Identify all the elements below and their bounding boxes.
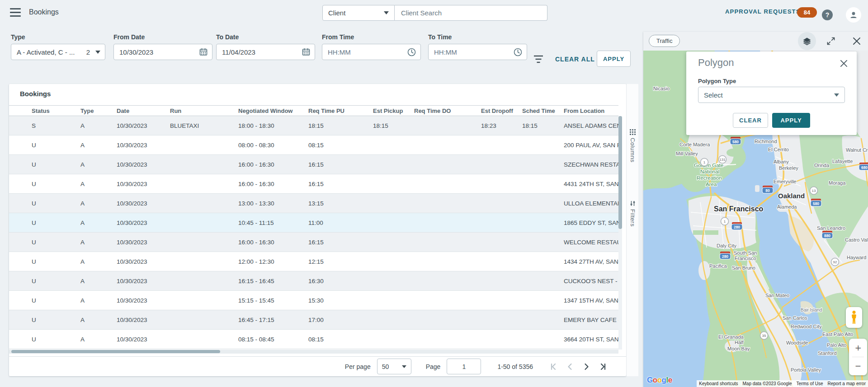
clear-all-button[interactable]: CLEAR ALL <box>555 56 595 63</box>
user-avatar[interactable] <box>846 7 861 23</box>
from-date-input[interactable]: 10/30/2023 <box>113 44 212 60</box>
map-canvas[interactable]: NicasioCorte MaderaMill ValleyGolden Gat… <box>643 51 868 387</box>
clock-icon[interactable] <box>407 48 416 56</box>
filters-tab-label: Filters <box>629 209 636 227</box>
table-row[interactable]: UA10/30/202316:45 - 17:1517:00EMERY BAY … <box>9 310 618 330</box>
route-shield: 80 <box>762 186 773 193</box>
horizontal-scrollbar-thumb[interactable] <box>11 350 220 353</box>
cell: 10/30/2023 <box>117 278 170 284</box>
cell: 10/30/2023 <box>117 142 170 149</box>
columns-tab[interactable]: Columns <box>627 129 639 163</box>
layers-icon <box>802 37 811 46</box>
cell: A <box>80 258 117 265</box>
cell: A <box>80 336 117 343</box>
map-label: South San <box>734 250 757 256</box>
table-row[interactable]: SA10/30/2023BLUETAXI18:00 - 18:3018:1518… <box>9 116 618 135</box>
map-data-credit: Map data ©2023 Google <box>740 380 794 387</box>
column-header-req-time-do[interactable]: Req Time DO <box>414 107 481 114</box>
polygon-apply-button[interactable]: APPLY <box>772 113 810 128</box>
map-label: Lafayette <box>832 159 853 164</box>
column-header-run[interactable]: Run <box>170 107 238 114</box>
table-row[interactable]: UA10/30/202308:00 - 08:3008:15200 PAUL A… <box>9 135 618 155</box>
to-time-placeholder: HH:MM <box>434 48 457 56</box>
table-row[interactable]: UA10/30/202316:00 - 16:3016:154431 24TH … <box>9 174 618 194</box>
from-time-label: From Time <box>322 33 421 41</box>
column-header-req-time-pu[interactable]: Req Time PU <box>308 107 373 114</box>
map-close-button[interactable] <box>849 33 864 49</box>
map-label: Bair Island <box>801 308 822 312</box>
polygon-clear-button[interactable]: CLEAR <box>733 113 768 128</box>
help-icon[interactable]: ? <box>822 9 833 20</box>
column-header-type[interactable]: Type <box>80 107 117 114</box>
filter-lines-icon[interactable] <box>533 54 544 64</box>
table-row[interactable]: UA10/30/202310:45 - 11:1511:001865 EDDY … <box>9 213 618 233</box>
map-label: East Palo Alto <box>822 331 854 337</box>
table-row[interactable]: UA10/30/202308:15 - 08:4508:153664 20TH … <box>9 330 618 349</box>
column-header-status[interactable]: Status <box>32 107 80 114</box>
report-map-error-link[interactable]: Report a map error <box>826 380 868 387</box>
cell: ULLOA ELEMENTAR <box>564 200 618 207</box>
polygon-type-select[interactable]: Select <box>698 87 845 103</box>
table-row[interactable]: UA10/30/202316:00 - 16:3016:15SZECHWAN R… <box>9 155 618 174</box>
table-row[interactable]: UA10/30/202315:15 - 15:4515:301347 15TH … <box>9 291 618 310</box>
street-view-pegman[interactable] <box>846 307 862 328</box>
map-label: Emeryville <box>774 179 797 184</box>
approval-requests-link[interactable]: APPROVAL REQUESTS <box>725 8 801 15</box>
per-page-select[interactable]: 50 <box>377 359 411 374</box>
column-header-sched-time[interactable]: Sched Time <box>522 107 564 114</box>
column-header-est-pickup[interactable]: Est Pickup <box>373 107 414 114</box>
cell: 1347 15TH AV, SAN <box>564 297 618 304</box>
map-layers-button[interactable] <box>798 32 816 50</box>
table-row[interactable]: UA10/30/202316:00 - 16:3016:15WELCOME RE… <box>9 233 618 252</box>
app-header: Bookings Client APPROVAL REQUESTS 84 ? <box>0 0 868 25</box>
keyboard-shortcuts-link[interactable]: Keyboard shortcuts <box>697 380 740 387</box>
calendar-icon[interactable] <box>302 48 310 56</box>
client-search-input[interactable] <box>395 5 547 21</box>
vertical-scrollbar-thumb[interactable] <box>618 116 622 229</box>
route-shield: 35 <box>760 332 768 340</box>
zoom-out-button[interactable]: − <box>849 357 867 375</box>
expand-icon <box>826 37 835 46</box>
route-shield: 680 <box>859 163 868 170</box>
cell: 10/30/2023 <box>117 122 170 129</box>
map-label: Walnut Creek <box>846 147 868 153</box>
to-date-input[interactable]: 11/04/2023 <box>216 44 315 60</box>
polygon-close-button[interactable] <box>838 58 849 69</box>
map-expand-button[interactable] <box>823 33 839 49</box>
previous-page-icon[interactable] <box>566 362 575 371</box>
terms-of-use-link[interactable]: Terms of Use <box>794 380 826 387</box>
table-row[interactable]: UA10/30/202316:15 - 16:4516:30CUCKOO'S N… <box>9 271 618 291</box>
page-number-input[interactable] <box>447 359 481 374</box>
column-header-date[interactable]: Date <box>117 107 170 114</box>
menu-icon[interactable] <box>10 8 21 17</box>
filters-apply-button[interactable]: APPLY <box>597 51 631 67</box>
filters-tab[interactable]: Filters <box>627 200 639 227</box>
column-header-negotiated-window[interactable]: Negotiated Window <box>238 107 308 114</box>
cell: 16:30 <box>308 278 373 284</box>
column-header-est-dropoff[interactable]: Est Dropoff <box>481 107 522 114</box>
map-label: San Bruno <box>732 265 755 270</box>
table-row[interactable]: UA10/30/202313:00 - 13:3013:15ULLOA ELEM… <box>9 194 618 213</box>
from-date-value: 10/30/2023 <box>119 48 153 56</box>
table-row[interactable]: UA10/30/202312:00 - 12:3012:151434 27TH … <box>9 252 618 271</box>
from-time-input[interactable]: HH:MM <box>322 44 421 60</box>
to-time-input[interactable]: HH:MM <box>428 44 527 60</box>
google-logo: Google <box>647 376 672 385</box>
clock-icon[interactable] <box>514 48 522 56</box>
calendar-icon[interactable] <box>199 48 208 56</box>
column-header-from-location[interactable]: From Location <box>564 107 618 114</box>
map-label: Berkeley <box>779 165 798 171</box>
map-panel: Traffic <box>643 32 868 387</box>
type-count: 2 <box>86 48 90 56</box>
first-page-icon[interactable] <box>549 362 558 371</box>
zoom-in-button[interactable]: ＋ <box>849 339 867 357</box>
route-shield: 280 <box>720 252 731 259</box>
person-icon <box>849 11 858 19</box>
horizontal-scrollbar[interactable] <box>9 350 618 354</box>
next-page-icon[interactable] <box>582 362 591 371</box>
type-dropdown[interactable]: A - Activated, C - ... 2 <box>11 44 105 60</box>
last-page-icon[interactable] <box>598 362 607 371</box>
vertical-scrollbar[interactable] <box>618 116 622 350</box>
traffic-toggle-chip[interactable]: Traffic <box>649 35 680 47</box>
client-type-dropdown[interactable]: Client <box>322 5 395 21</box>
